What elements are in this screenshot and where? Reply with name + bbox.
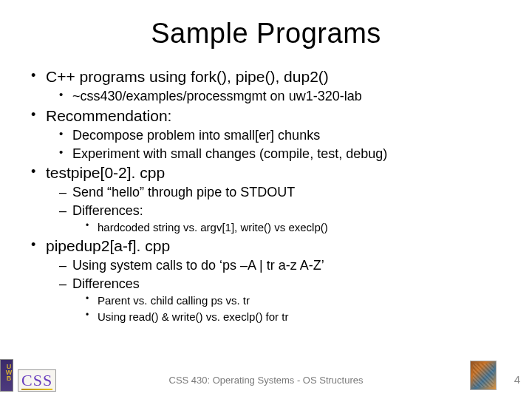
bullet-l1: Recommendation: (27, 106, 505, 126)
bullet-l1: testpipe[0-2]. cpp (27, 163, 505, 183)
bullet-l1: C++ programs using fork(), pipe(), dup2(… (27, 67, 505, 86)
bullet-list: C++ programs using fork(), pipe(), dup2(… (27, 67, 505, 324)
slide-title: Sample Programs (27, 18, 505, 50)
page-number: 4 (514, 373, 520, 386)
bullet-l2: Decompose problem into small[er] chunks (27, 127, 505, 144)
book-cover-icon (470, 361, 497, 390)
bullet-l3: Parent vs. child calling ps vs. tr (27, 293, 505, 308)
dash-l2: Send “hello” through pipe to STDOUT (27, 184, 505, 201)
dash-l2: Differences (27, 276, 505, 293)
bullet-l2: Experiment with small changes (compile, … (27, 146, 505, 163)
footer: UWB CSS CSS 430: Operating Systems - OS … (0, 359, 532, 392)
dash-l2: Differences: (27, 202, 505, 219)
dash-l2: Using system calls to do ‘ps –A | tr a-z… (27, 257, 505, 274)
bullet-l1: pipedup2[a-f]. cpp (27, 236, 505, 256)
bullet-l2: ~css430/examples/processmgmt on uw1-320-… (27, 88, 505, 105)
bullet-l3: Using read() & write() vs. execlp() for … (27, 310, 505, 324)
footer-text: CSS 430: Operating Systems - OS Structur… (0, 375, 532, 386)
bullet-l3: hardcoded string vs. argv[1], write() vs… (27, 220, 505, 235)
slide: Sample Programs C++ programs using fork(… (0, 0, 532, 399)
